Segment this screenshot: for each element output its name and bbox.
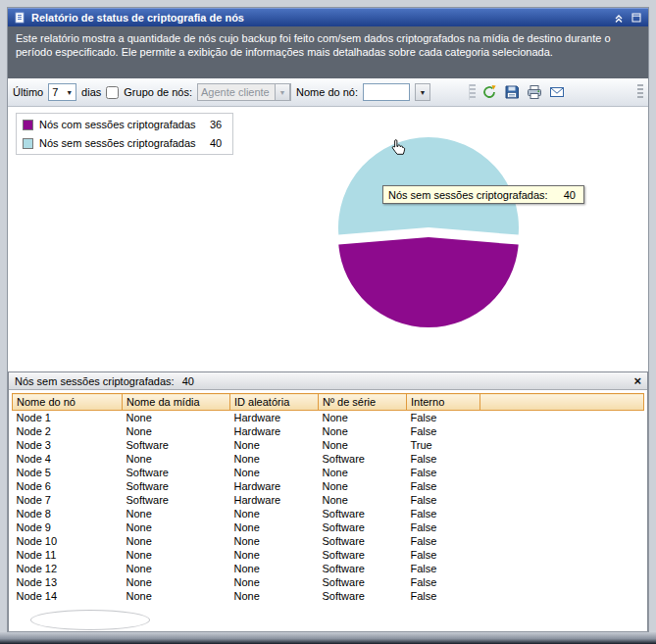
table-cell: False: [407, 575, 480, 589]
table-cell: None: [123, 575, 230, 589]
table-row[interactable]: Node 9NoneNoneSoftwareFalse: [13, 520, 644, 534]
days-label: dias: [81, 86, 101, 98]
table-row[interactable]: Node 5SoftwareNoneNoneFalse: [13, 466, 644, 479]
legend-swatch: [23, 120, 33, 130]
toolbar-end-grip-icon: [637, 84, 643, 100]
table-body: Node 1NoneHardwareNoneFalseNode 2NoneHar…: [13, 411, 644, 603]
tooltip-label: Nós sem sessões criptografadas:: [388, 189, 548, 201]
legend-value: 40: [210, 137, 222, 149]
table-cell-filler: [480, 507, 644, 520]
table-cell: Node 12: [13, 562, 123, 575]
table-cell: False: [407, 589, 480, 603]
table-cell-filler: [480, 562, 644, 575]
table-row[interactable]: Node 7SoftwareHardwareNoneFalse: [13, 493, 644, 507]
table-cell: None: [123, 548, 230, 562]
table-row[interactable]: Node 8NoneNoneSoftwareFalse: [13, 507, 644, 520]
window-title: Relatório de status de criptografia de n…: [31, 12, 244, 24]
table-row[interactable]: Node 3SoftwareNoneNoneTrue: [13, 438, 644, 452]
table-cell: None: [230, 575, 319, 589]
chevron-down-icon: ▼: [275, 83, 290, 101]
table-row[interactable]: Node 10NoneNoneSoftwareFalse: [13, 534, 644, 548]
legend-item[interactable]: Nós sem sessões criptografadas 40: [23, 137, 227, 149]
table-cell-filler: [480, 438, 644, 452]
table-cell: Node 7: [13, 493, 123, 507]
table-cell: None: [230, 562, 319, 575]
node-name-dropdown[interactable]: ▼: [415, 83, 430, 101]
email-icon[interactable]: [548, 83, 566, 101]
last-label: Último: [13, 86, 43, 98]
node-group-checkbox[interactable]: [106, 86, 119, 99]
table-cell: Software: [123, 438, 230, 452]
legend-item[interactable]: Nós com sessões criptografadas 36: [23, 119, 227, 130]
collapse-icon[interactable]: [612, 11, 626, 25]
table-cell: None: [123, 562, 230, 575]
table-cell: None: [230, 534, 319, 548]
legend-label: Nós com sessões criptografadas: [39, 119, 204, 130]
table-row[interactable]: Node 2NoneHardwareNoneFalse: [13, 424, 644, 438]
node-name-input[interactable]: [363, 83, 410, 101]
refresh-icon[interactable]: [480, 83, 498, 101]
toolbar-grip-icon: [469, 84, 476, 100]
table-cell: None: [230, 466, 319, 479]
column-header[interactable]: Nome da mídia: [123, 394, 230, 411]
table-cell-filler: [480, 575, 644, 589]
table-row[interactable]: Node 6SoftwareHardwareNoneFalse: [13, 479, 644, 493]
table-cell: None: [123, 411, 230, 424]
table-row[interactable]: Node 12NoneNoneSoftwareFalse: [13, 562, 644, 575]
report-description: Este relatório mostra a quantidade de nó…: [8, 26, 648, 78]
table-cell: False: [407, 479, 480, 493]
table-row[interactable]: Node 4NoneNoneSoftwareFalse: [13, 452, 644, 466]
legend-value: 36: [210, 119, 222, 130]
table-cell-filler: [480, 411, 644, 424]
table-cell: None: [230, 589, 319, 603]
table-cell: Node 6: [13, 479, 123, 493]
pie-chart[interactable]: [325, 123, 532, 343]
table-cell: Node 9: [13, 520, 123, 534]
table-cell: False: [407, 562, 480, 575]
hand-cursor-icon: [389, 138, 407, 158]
table-cell: Software: [319, 562, 407, 575]
annotation-ellipse: [30, 610, 150, 630]
chevron-down-icon: ▼: [63, 89, 76, 96]
window-bottom-edge: [0, 632, 656, 644]
column-header[interactable]: ID aleatória: [230, 394, 319, 411]
window-menu-icon[interactable]: [630, 11, 643, 25]
table-cell-filler: [480, 466, 644, 479]
table-cell-filler: [480, 424, 644, 438]
column-header[interactable]: Nome do nó: [13, 394, 123, 411]
table-cell-filler: [480, 520, 644, 534]
days-select[interactable]: 7 ▼: [48, 83, 76, 101]
panel-title: Nós sem sessões criptografadas:: [15, 375, 175, 387]
save-icon[interactable]: [503, 83, 521, 101]
chart-area: Nós com sessões criptografadas 36 Nós se…: [8, 107, 648, 372]
tooltip-value: 40: [564, 189, 576, 201]
table-row[interactable]: Node 11NoneNoneSoftwareFalse: [13, 548, 644, 562]
column-header[interactable]: Nº de série: [319, 394, 407, 411]
titlebar-actions: [612, 11, 643, 25]
table-cell: Software: [319, 548, 407, 562]
table-cell: None: [230, 548, 319, 562]
table-cell: Software: [123, 493, 230, 507]
close-icon[interactable]: ×: [633, 374, 641, 387]
table-cell: False: [407, 548, 480, 562]
table-cell: Node 8: [13, 507, 123, 520]
table-cell: None: [230, 438, 319, 452]
panel-title-value: 40: [182, 375, 194, 387]
table-cell: False: [407, 466, 480, 479]
table-cell: Hardware: [230, 479, 319, 493]
table-cell: None: [319, 479, 407, 493]
table-cell: False: [407, 411, 480, 424]
column-header[interactable]: Interno: [407, 394, 480, 411]
table-cell: None: [230, 520, 319, 534]
table-row[interactable]: Node 13NoneNoneSoftwareFalse: [13, 575, 644, 589]
table-cell: None: [123, 520, 230, 534]
table-cell: Node 14: [13, 589, 123, 603]
table-row[interactable]: Node 1NoneHardwareNoneFalse: [13, 411, 644, 424]
node-group-value: Agente cliente: [198, 86, 275, 98]
table-row[interactable]: Node 14NoneNoneSoftwareFalse: [13, 589, 644, 603]
table-cell: Node 5: [13, 466, 123, 479]
table-cell: False: [407, 424, 480, 438]
node-group-select: Agente cliente ▼: [197, 83, 291, 101]
pie-slice-0[interactable]: [338, 237, 518, 327]
print-icon[interactable]: [526, 83, 543, 101]
